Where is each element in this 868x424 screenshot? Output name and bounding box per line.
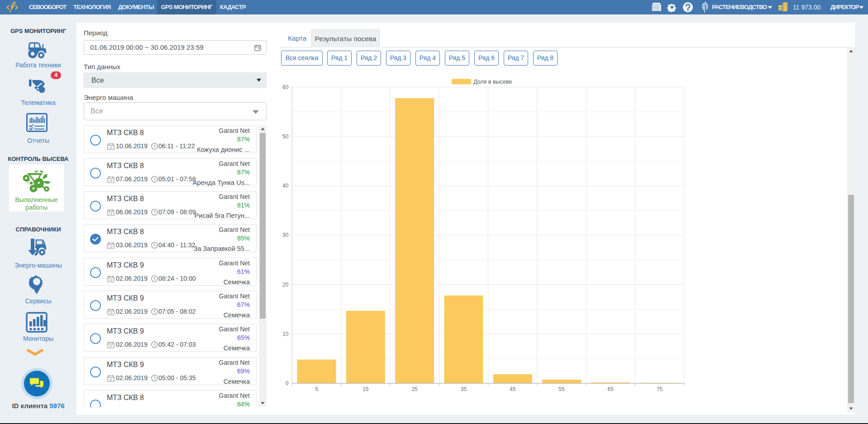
svg-text:25: 25 <box>110 245 113 248</box>
svg-text:25: 25 <box>110 179 113 182</box>
svg-text:25: 25 <box>110 146 113 149</box>
svg-text:15: 15 <box>362 386 369 392</box>
svg-text:40: 40 <box>282 183 289 189</box>
svg-text:25: 25 <box>110 279 113 282</box>
svg-text:75: 75 <box>657 386 663 392</box>
svg-text:5: 5 <box>315 386 318 392</box>
svg-text:60: 60 <box>282 84 289 90</box>
svg-text:20: 20 <box>282 282 289 288</box>
svg-text:0: 0 <box>286 380 289 386</box>
svg-text:25: 25 <box>110 345 113 348</box>
svg-text:35: 35 <box>461 386 467 392</box>
svg-text:10: 10 <box>282 331 289 337</box>
svg-text:25: 25 <box>110 312 113 315</box>
svg-text:45: 45 <box>510 386 516 392</box>
svg-text:Доля в высеве: Доля в высеве <box>473 79 512 85</box>
svg-text:25: 25 <box>411 386 418 392</box>
svg-text:50: 50 <box>282 133 289 140</box>
svg-text:65: 65 <box>608 386 614 392</box>
svg-text:25: 25 <box>110 212 113 215</box>
svg-text:55: 55 <box>558 386 565 392</box>
svg-text:30: 30 <box>282 232 289 238</box>
svg-text:25: 25 <box>110 378 113 381</box>
